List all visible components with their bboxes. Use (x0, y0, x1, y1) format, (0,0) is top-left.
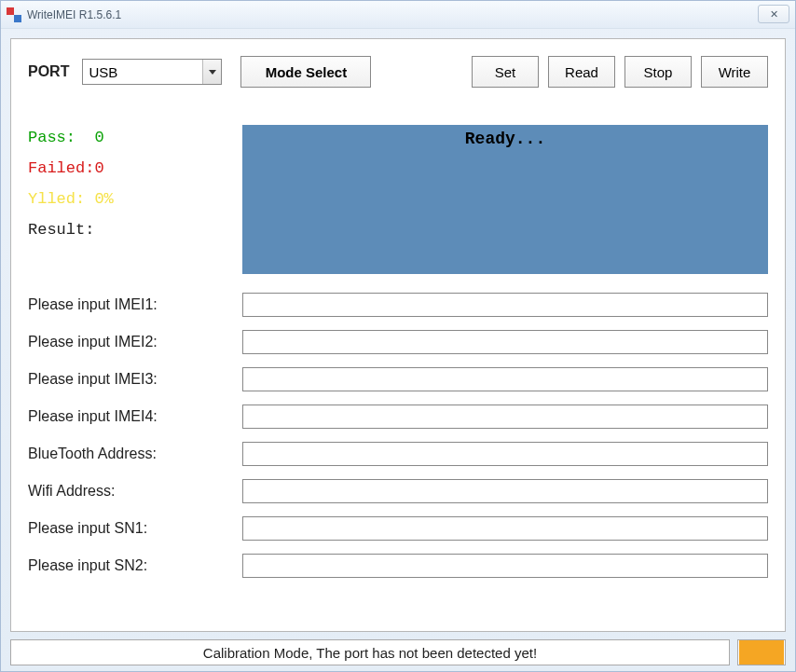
sn1-label: Please input SN1: (28, 520, 242, 537)
imei2-row: Please input IMEI2: (28, 330, 768, 354)
app-window: WriteIMEI R1.5.6.1 ✕ PORT USB Mode Selec… (0, 0, 796, 672)
bluetooth-input[interactable] (242, 442, 768, 466)
imei1-input[interactable] (242, 293, 768, 317)
wifi-input[interactable] (242, 479, 768, 503)
mid-section: Pass: 0 Failed:0 Ylled: 0% Result: Ready… (28, 125, 768, 274)
yield-label: Ylled: (28, 190, 85, 208)
sn1-row: Please input SN1: (28, 516, 768, 541)
wifi-row: Wifi Address: (28, 479, 768, 503)
imei3-row: Please input IMEI3: (28, 367, 768, 391)
imei3-label: Please input IMEI3: (28, 371, 242, 388)
action-button-group: Set Read Stop Write (472, 56, 768, 88)
window-controls: ✕ (758, 5, 789, 23)
port-select[interactable]: USB (82, 59, 222, 85)
sn1-input[interactable] (242, 516, 768, 541)
failed-value: 0 (94, 159, 103, 177)
read-button[interactable]: Read (548, 56, 615, 88)
bluetooth-label: BlueTooth Address: (28, 446, 242, 462)
sn2-input[interactable] (242, 554, 768, 578)
failed-stat: Failed:0 (28, 159, 233, 177)
stop-button[interactable]: Stop (624, 56, 692, 88)
status-box: Ready... (242, 125, 768, 274)
sn2-row: Please input SN2: (28, 554, 768, 578)
top-toolbar: PORT USB Mode Select Set Read Stop Write (28, 56, 768, 88)
input-form: Please input IMEI1: Please input IMEI2: … (28, 293, 768, 578)
close-button[interactable]: ✕ (758, 5, 789, 23)
bluetooth-row: BlueTooth Address: (28, 442, 768, 466)
pass-stat: Pass: 0 (28, 129, 233, 146)
imei4-input[interactable] (242, 405, 768, 429)
set-button[interactable]: Set (472, 56, 539, 88)
port-label: PORT (28, 63, 69, 80)
footer-message: Calibration Mode, The port has not been … (10, 639, 730, 665)
imei2-label: Please input IMEI2: (28, 334, 242, 350)
result-label: Result: (28, 221, 94, 239)
main-panel: PORT USB Mode Select Set Read Stop Write… (10, 38, 786, 632)
window-title: WriteIMEI R1.5.6.1 (27, 8, 121, 21)
imei4-row: Please input IMEI4: (28, 405, 768, 429)
yield-stat: Ylled: 0% (28, 190, 233, 208)
imei4-label: Please input IMEI4: (28, 408, 242, 425)
footer-bar: Calibration Mode, The port has not been … (10, 639, 786, 665)
status-text: Ready... (465, 130, 545, 148)
imei2-input[interactable] (242, 330, 768, 354)
footer-indicator (737, 639, 786, 665)
pass-value: 0 (94, 129, 103, 146)
titlebar: WriteIMEI R1.5.6.1 ✕ (1, 1, 795, 29)
failed-label: Failed: (28, 159, 94, 177)
port-select-value: USB (89, 64, 117, 80)
yield-value: 0% (94, 190, 113, 208)
imei1-row: Please input IMEI1: (28, 293, 768, 317)
wifi-label: Wifi Address: (28, 483, 242, 500)
app-icon (7, 7, 21, 22)
imei1-label: Please input IMEI1: (28, 296, 242, 313)
stats-panel: Pass: 0 Failed:0 Ylled: 0% Result: (28, 125, 233, 274)
sn2-label: Please input SN2: (28, 557, 242, 574)
pass-label: Pass: (28, 129, 75, 146)
chevron-down-icon (202, 60, 221, 84)
write-button[interactable]: Write (701, 56, 768, 88)
result-stat: Result: (28, 221, 233, 239)
imei3-input[interactable] (242, 367, 768, 391)
mode-select-button[interactable]: Mode Select (240, 56, 371, 88)
close-icon: ✕ (770, 8, 778, 21)
indicator-fill (739, 640, 784, 665)
